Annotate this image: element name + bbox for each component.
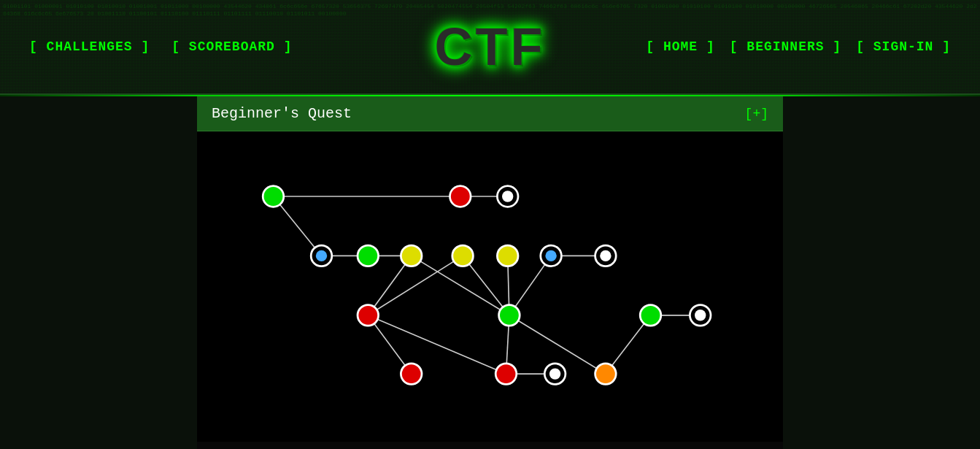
- quest-body: [197, 131, 783, 442]
- quest-title: Beginner's Quest: [212, 105, 352, 122]
- node-3[interactable]: [358, 245, 379, 266]
- node-10-inner: [600, 250, 611, 261]
- quest-panel: Beginner's Quest [+]: [197, 96, 783, 442]
- nav-signin[interactable]: [ SIGN-IN ]: [856, 39, 951, 54]
- node-14-inner: [695, 310, 706, 321]
- node-1[interactable]: [263, 186, 284, 207]
- nav-beginners[interactable]: [ BEGINNERS ]: [730, 39, 841, 54]
- nav-right: [ HOME ] [ BEGINNERS ] [ SIGN-IN ]: [646, 39, 951, 54]
- logo-container: CTF: [435, 17, 546, 77]
- main-content: Beginner's Quest [+]: [0, 96, 980, 449]
- svg-line-15: [368, 315, 506, 374]
- node-7[interactable]: [452, 245, 474, 266]
- graph-nodes[interactable]: [263, 186, 711, 385]
- graph-edges: [274, 196, 701, 374]
- node-13[interactable]: [640, 305, 661, 326]
- nav-home[interactable]: [ HOME ]: [646, 39, 714, 54]
- node-9-inner: [545, 250, 556, 261]
- node-8[interactable]: [497, 245, 518, 266]
- node-4[interactable]: [401, 245, 422, 266]
- nav-challenges[interactable]: [ CHALLENGES ]: [29, 39, 150, 54]
- site-logo: CTF: [435, 17, 546, 77]
- nav-left: [ CHALLENGES ] [ SCOREBOARD ]: [29, 39, 292, 54]
- node-5[interactable]: [450, 186, 471, 207]
- quest-header: Beginner's Quest [+]: [197, 96, 783, 131]
- node-16[interactable]: [495, 364, 517, 385]
- node-11[interactable]: [358, 305, 379, 326]
- node-15[interactable]: [401, 364, 422, 385]
- node-12[interactable]: [499, 305, 520, 326]
- quest-expand-button[interactable]: [+]: [745, 107, 768, 121]
- header: 01001101 01000001 01010100 01010010 0100…: [0, 0, 980, 95]
- nav-scoreboard[interactable]: [ SCOREBOARD ]: [171, 39, 292, 54]
- node-17-inner: [549, 368, 560, 379]
- quest-graph: [197, 131, 783, 438]
- svg-line-1: [274, 196, 322, 256]
- node-18[interactable]: [595, 364, 617, 385]
- node-2-inner: [316, 250, 327, 261]
- node-6-inner: [502, 191, 513, 202]
